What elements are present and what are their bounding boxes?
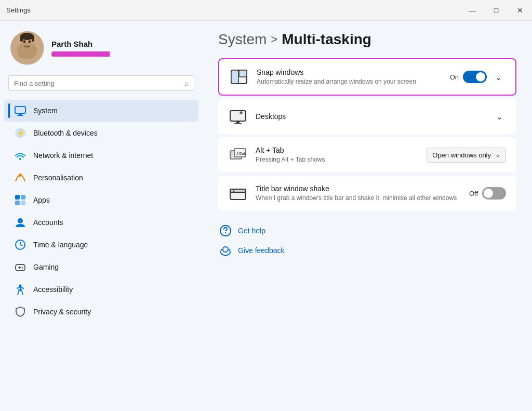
svg-point-14: [19, 158, 21, 160]
svg-point-41: [225, 232, 226, 233]
sidebar: Parth Shah ⌕ System: [0, 21, 203, 411]
svg-rect-7: [20, 36, 23, 42]
sidebar-item-bluetooth-label: Bluetooth & devices: [33, 129, 98, 137]
titlebar-title: Settings: [6, 6, 31, 14]
sidebar-item-network[interactable]: Network & internet: [4, 144, 198, 166]
privacy-icon: [15, 306, 26, 317]
svg-point-23: [22, 267, 23, 268]
sidebar-item-gaming[interactable]: Gaming: [4, 256, 198, 278]
snap-windows-expand-button[interactable]: ⌄: [492, 70, 505, 84]
desktops-expand-button[interactable]: ⌄: [493, 110, 506, 124]
desktops-text: Desktops: [256, 112, 485, 121]
sidebar-item-accounts-label: Accounts: [33, 218, 63, 227]
get-help-link[interactable]: Get help: [238, 227, 265, 235]
minimize-button[interactable]: —: [460, 0, 484, 21]
time-icon: [15, 239, 26, 250]
sidebar-item-gaming-label: Gaming: [33, 263, 59, 271]
snap-windows-text: Snap windows Automatically resize and ar…: [257, 68, 442, 86]
svg-point-25: [19, 285, 22, 287]
avatar: [10, 31, 44, 65]
app-container: Parth Shah ⌕ System: [0, 21, 532, 411]
alt-tab-control: Open windows only ⌄: [427, 148, 506, 163]
sidebar-item-bluetooth[interactable]: ⚡ Bluetooth & devices: [4, 122, 198, 144]
sidebar-item-time[interactable]: Time & language: [4, 234, 198, 256]
close-button[interactable]: ✕: [508, 0, 532, 21]
svg-rect-28: [239, 70, 247, 77]
snap-windows-desc: Automatically resize and arrange windows…: [257, 77, 442, 86]
svg-text:⚡: ⚡: [16, 129, 25, 138]
alt-tab-row: Alt Tab Alt + Tab Pressing Alt + Tab sho…: [218, 137, 516, 173]
snap-windows-row: Snap windows Automatically resize and ar…: [219, 59, 515, 95]
svg-rect-17: [21, 195, 25, 200]
title-bar-shake-row: Title bar window shake When I grab a win…: [218, 176, 516, 211]
svg-rect-10: [19, 114, 22, 115]
titlebar-controls: — □ ✕: [460, 0, 532, 21]
settings-section: Snap windows Automatically resize and ar…: [218, 58, 516, 213]
user-email-bar: [51, 51, 135, 57]
search-box[interactable]: ⌕: [8, 75, 194, 91]
alt-tab-title: Alt + Tab: [256, 146, 418, 154]
svg-rect-11: [17, 115, 23, 116]
titlebar: Settings — □ ✕: [0, 0, 532, 21]
title-bar-shake-title: Title bar window shake: [256, 184, 461, 193]
sidebar-item-personalisation-label: Personalisation: [33, 174, 83, 182]
title-bar-shake-toggle-wrapper: Off: [469, 187, 506, 200]
title-bar-shake-text: Title bar window shake When I grab a win…: [256, 184, 461, 203]
sidebar-item-system-label: System: [33, 107, 58, 115]
search-input[interactable]: [14, 79, 180, 87]
desktops-control: ⌄: [493, 110, 506, 124]
give-feedback-row[interactable]: Give feedback: [218, 243, 516, 258]
svg-rect-16: [15, 195, 20, 200]
sidebar-item-system[interactable]: System: [4, 100, 198, 122]
sidebar-item-personalisation[interactable]: Personalisation: [4, 167, 198, 189]
sidebar-nav: System ⚡ Bluetooth & devices: [0, 99, 203, 323]
alt-tab-icon: Alt Tab: [229, 145, 247, 164]
breadcrumb: System > Multi-tasking: [218, 31, 516, 48]
sidebar-item-accessibility-label: Accessibility: [33, 285, 73, 294]
snap-windows-toggle-wrapper: On: [450, 71, 487, 83]
snap-windows-control: On ⌄: [450, 70, 505, 84]
title-bar-shake-toggle[interactable]: [482, 187, 506, 200]
sidebar-item-privacy[interactable]: Privacy & security: [4, 301, 198, 323]
gaming-icon: [15, 261, 26, 273]
svg-point-3: [17, 43, 37, 59]
svg-rect-39: [230, 189, 246, 192]
sidebar-item-apps[interactable]: Apps: [4, 189, 198, 211]
snap-windows-toggle-label: On: [450, 73, 459, 81]
svg-rect-8: [32, 36, 34, 42]
get-help-row[interactable]: Get help: [218, 223, 516, 238]
sidebar-item-accounts[interactable]: Accounts: [4, 211, 198, 233]
alt-tab-text: Alt + Tab Pressing Alt + Tab shows: [256, 146, 418, 164]
sidebar-item-accessibility[interactable]: Accessibility: [4, 279, 198, 300]
maximize-button[interactable]: □: [484, 0, 508, 21]
page-header: System > Multi-tasking: [218, 31, 516, 48]
snap-windows-toggle-thumb: [476, 72, 485, 82]
svg-point-42: [223, 247, 228, 252]
snap-windows-toggle[interactable]: [463, 71, 487, 83]
snap-windows-card: Snap windows Automatically resize and ar…: [218, 58, 516, 96]
breadcrumb-separator: >: [271, 33, 277, 46]
breadcrumb-parent: System: [218, 31, 267, 48]
desktops-card: Desktops ⌄: [218, 99, 516, 134]
accessibility-icon: [15, 284, 26, 295]
main-content: System > Multi-tasking: [203, 21, 532, 411]
desktops-title: Desktops: [256, 112, 485, 121]
svg-point-4: [23, 41, 26, 43]
snap-windows-icon: [230, 68, 248, 86]
give-feedback-link[interactable]: Give feedback: [238, 246, 285, 255]
svg-point-15: [19, 174, 22, 177]
user-profile: Parth Shah: [0, 21, 203, 75]
title-bar-shake-icon: [229, 184, 247, 203]
system-icon: [15, 105, 26, 116]
sidebar-item-privacy-label: Privacy & security: [33, 308, 91, 316]
sidebar-item-time-label: Time & language: [33, 241, 88, 249]
desktops-row: Desktops ⌄: [218, 99, 516, 134]
alt-tab-dropdown-value: Open windows only: [432, 151, 491, 159]
title-bar-shake-card: Title bar window shake When I grab a win…: [218, 176, 516, 211]
alt-tab-desc: Pressing Alt + Tab shows: [256, 155, 418, 164]
alt-tab-dropdown[interactable]: Open windows only ⌄: [427, 148, 506, 163]
personalisation-icon: [15, 172, 26, 183]
apps-icon: [15, 194, 26, 206]
alt-tab-card: Alt Tab Alt + Tab Pressing Alt + Tab sho…: [218, 137, 516, 173]
user-info: Parth Shah: [51, 39, 135, 57]
